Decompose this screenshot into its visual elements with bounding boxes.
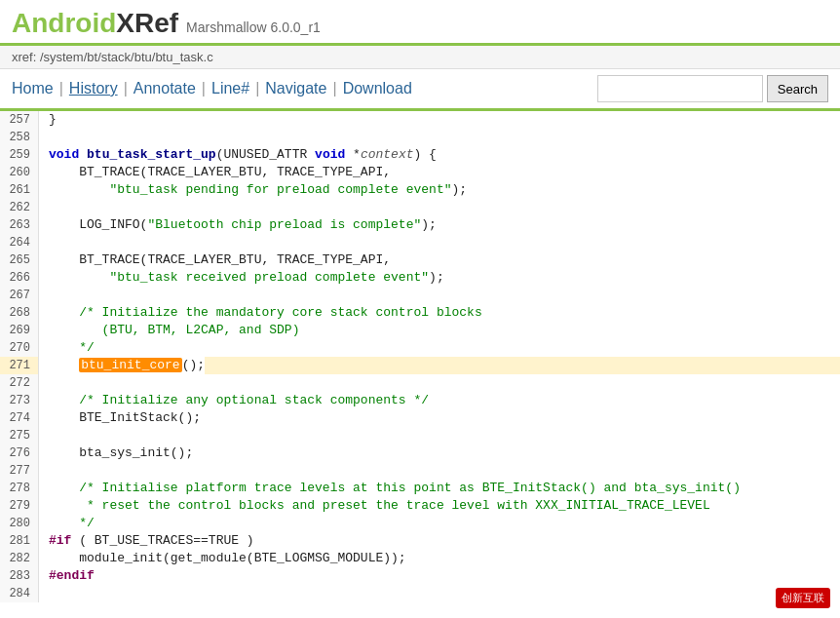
code-line: 265 BT_TRACE(TRACE_LAYER_BTU, TRACE_TYPE… [0,251,840,269]
nav-annotate[interactable]: Annotate [134,80,196,97]
code-line: 277 [0,462,840,480]
code-line: 269 (BTU, BTM, L2CAP, and SDP) [0,322,840,339]
breadcrumb: xref: /system/bt/stack/btu/btu_task.c [0,46,840,69]
nav-links: Home | History | Annotate | Line# | Navi… [12,80,597,97]
code-line-highlighted: 271 btu_init_core(); [0,357,840,374]
logo-android: Android [12,8,116,38]
nav-home[interactable]: Home [12,80,54,97]
code-line: 280 */ [0,515,840,532]
nav-download[interactable]: Download [343,80,412,97]
nav-navigate[interactable]: Navigate [265,80,326,97]
search-input[interactable] [597,75,763,102]
logo-xref: XRef [116,8,178,38]
code-line: 282 module_init(get_module(BTE_LOGMSG_MO… [0,550,840,567]
code-line: 284 [0,585,840,602]
code-line: 261 "btu_task pending for preload comple… [0,181,840,199]
code-line: 275 [0,427,840,444]
code-line: 267 [0,287,840,304]
code-line: 259 void btu_task_start_up(UNUSED_ATTR v… [0,146,840,164]
code-line: 281 #if ( BT_USE_TRACES==TRUE ) [0,532,840,550]
code-line: 279 * reset the control blocks and prese… [0,497,840,515]
code-line: 264 [0,234,840,251]
code-line: 273 /* Initialize any optional stack com… [0,392,840,409]
code-line: 283 #endif [0,567,840,585]
code-area: 257 } 258 259 void btu_task_start_up(UNU… [0,111,840,602]
logo-version: Marshmallow 6.0.0_r1 [186,19,321,35]
navbar: Home | History | Annotate | Line# | Navi… [0,69,840,111]
code-line: 263 LOG_INFO("Bluetooth chip preload is … [0,216,840,234]
site-header: AndroidXRefMarshmallow 6.0.0_r1 [0,0,840,46]
code-line: 270 */ [0,339,840,357]
code-line: 276 bta_sys_init(); [0,444,840,462]
code-line: 260 BT_TRACE(TRACE_LAYER_BTU, TRACE_TYPE… [0,164,840,181]
watermark: 创新互联 [776,588,830,602]
code-line: 268 /* Initialize the mandatory core sta… [0,304,840,322]
site-logo: AndroidXRefMarshmallow 6.0.0_r1 [12,8,828,39]
code-line: 272 [0,374,840,392]
code-line: 257 } [0,111,840,129]
code-line: 262 [0,199,840,216]
code-line: 266 "btu_task received preload complete … [0,269,840,287]
code-line: 274 BTE_InitStack(); [0,409,840,427]
nav-history[interactable]: History [69,80,118,97]
code-line: 258 [0,129,840,146]
search-area: Search [597,75,828,102]
search-button[interactable]: Search [767,75,828,102]
code-line: 278 /* Initialise platform trace levels … [0,480,840,497]
nav-lineno[interactable]: Line# [211,80,249,97]
